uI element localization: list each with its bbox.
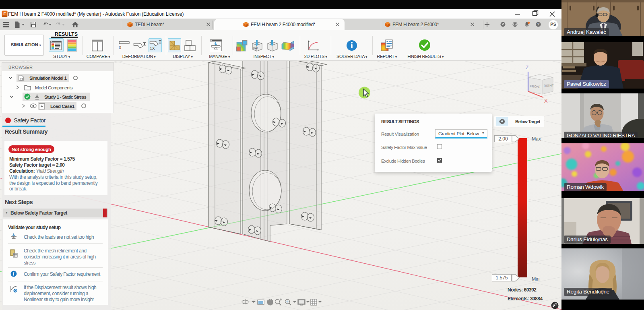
- svg-text:1X: 1X: [150, 46, 155, 51]
- svg-text:FRONT: FRONT: [530, 85, 541, 89]
- svg-text:0: 0: [119, 45, 121, 50]
- svg-text:F: F: [3, 12, 6, 16]
- svg-text:xyz: xyz: [253, 46, 258, 50]
- svg-text:?: ?: [537, 22, 539, 26]
- svg-text:Z: Z: [526, 65, 528, 70]
- svg-text:RIGHT: RIGHT: [544, 84, 554, 88]
- svg-text:X: X: [544, 98, 548, 104]
